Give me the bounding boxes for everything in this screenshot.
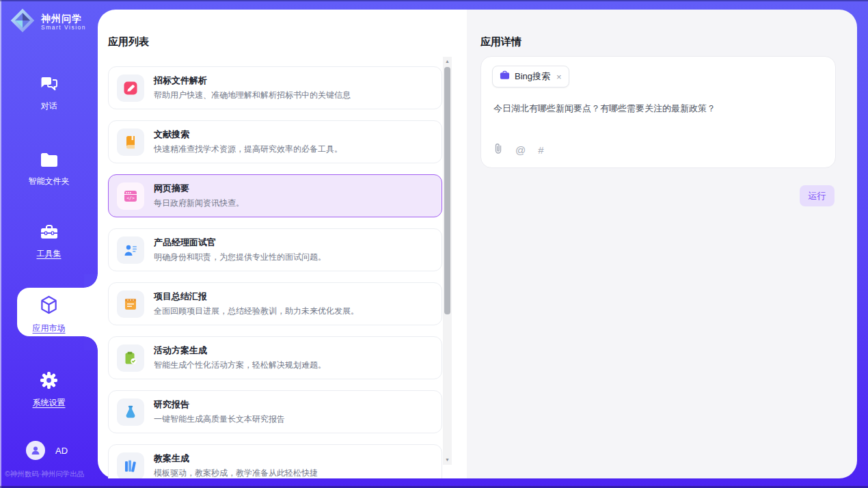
app-card-desc: 全面回顾项目进展，总结经验教训，助力未来优化发展。 — [154, 306, 359, 317]
diamond-logo-icon — [9, 7, 36, 37]
window-top-edge — [0, 0, 868, 1]
attachment-toolbar: @ # — [493, 143, 544, 157]
prompt-card: Bing搜索 × 今日湖北有哪些新闻要点？有哪些需要关注的最新政策？ @ # — [480, 56, 836, 168]
app-card-lesson-plan[interactable]: 教案生成 模板驱动，教案秒成，教学准备从此轻松快捷 — [108, 444, 442, 478]
sidebar-item-label: 应用市场 — [0, 323, 98, 334]
avatar — [26, 441, 45, 460]
brand-title: 神州问学 — [41, 13, 86, 24]
app-card-desc: 明确身份和职责，为您提供专业性的面试问题。 — [154, 252, 326, 263]
brand-logo[interactable]: 神州问学 Smart Vision — [9, 7, 86, 37]
flask-icon — [117, 398, 144, 426]
run-button[interactable]: 运行 — [800, 185, 835, 206]
app-card-research-report[interactable]: 研究报告 一键智能生成高质量长文本研究报告 — [108, 390, 442, 433]
memo-icon — [117, 290, 144, 318]
app-card-literature-search[interactable]: 文献搜索 快速精准查找学术资源，提高研究效率的必备工具。 — [108, 120, 442, 163]
paperclip-icon[interactable] — [493, 143, 503, 157]
app-card-name: 文献搜索 — [154, 128, 342, 141]
scroll-up-icon[interactable]: ▲ — [443, 57, 452, 66]
app-card-desc: 快速精准查找学术资源，提高研究效率的必备工具。 — [154, 144, 342, 155]
app-card-desc: 每日政府新闻资讯快查。 — [154, 198, 244, 209]
app-card-pm-interviewer[interactable]: 产品经理面试官 明确身份和职责，为您提供专业性的面试问题。 — [108, 228, 442, 271]
app-card-list: 招标文件解析 帮助用户快速、准确地理解和解析招标书中的关键信息 文献搜索 快速精… — [108, 57, 443, 478]
briefcase-icon — [500, 70, 510, 83]
gear-icon — [40, 380, 58, 392]
app-card-event-plan[interactable]: 活动方案生成 智能生成个性化活动方案，轻松解决规划难题。 — [108, 336, 442, 379]
mention-icon[interactable]: @ — [515, 144, 526, 156]
sidebar-item-app-market[interactable]: 应用市场 — [0, 295, 98, 334]
app-card-desc: 智能生成个性化活动方案，轻松解决规划难题。 — [154, 360, 326, 371]
copyright-footer: ©神州数码·神州问学出品 — [5, 470, 98, 479]
toolbox-icon — [40, 231, 59, 243]
notch-bottom-curve — [84, 336, 98, 350]
clipboard-check-icon — [117, 344, 144, 372]
app-card-name: 网页摘要 — [154, 182, 244, 195]
app-card-bid-document-analysis[interactable]: 招标文件解析 帮助用户快速、准确地理解和解析招标书中的关键信息 — [108, 66, 442, 109]
sidebar-item-smart-folder[interactable]: 智能文件夹 — [0, 152, 98, 187]
tool-tag-bing-search[interactable]: Bing搜索 × — [492, 66, 569, 87]
app-card-web-summary[interactable]: </> 网页摘要 每日政府新闻资讯快查。 — [108, 174, 442, 217]
scroll-down-icon[interactable]: ▼ — [443, 456, 452, 464]
sidebar-item-chat[interactable]: 对话 — [0, 74, 98, 112]
sidebar-item-label: 工具集 — [0, 248, 98, 260]
sidebar-item-label: 智能文件夹 — [0, 176, 98, 187]
app-list-scrollbar[interactable]: ▲ ▼ — [443, 57, 452, 465]
interviewer-icon — [117, 236, 144, 264]
app-card-name: 产品经理面试官 — [154, 236, 326, 249]
app-list-panel: 应用列表 招标文件解析 帮助用户快速、准确地理解和解析招标书中的关键信息 — [98, 10, 467, 478]
app-card-desc: 帮助用户快速、准确地理解和解析招标书中的关键信息 — [154, 90, 351, 101]
user-account[interactable]: AD — [26, 441, 68, 460]
sidebar-item-toolset[interactable]: 工具集 — [0, 224, 98, 260]
books-icon — [117, 452, 144, 479]
sidebar-item-settings[interactable]: 系统设置 — [0, 371, 98, 409]
close-icon[interactable]: × — [556, 72, 562, 82]
pen-square-icon — [117, 74, 144, 102]
app-card-name: 研究报告 — [154, 398, 285, 411]
browser-code-icon: </> — [117, 182, 144, 210]
folder-icon — [40, 159, 59, 170]
sidebar: 神州问学 Smart Vision 对话 智能文件夹 — [0, 0, 98, 488]
app-card-desc: 模板驱动，教案秒成，教学准备从此轻松快捷 — [154, 467, 318, 478]
app-card-name: 教案生成 — [154, 452, 318, 465]
chat-icon — [39, 83, 59, 95]
notch-top-curve — [84, 274, 98, 288]
user-initials: AD — [55, 446, 68, 456]
hashtag-icon[interactable]: # — [538, 144, 543, 156]
svg-text:</>: </> — [126, 195, 135, 201]
app-card-name: 活动方案生成 — [154, 344, 326, 357]
app-list-title: 应用列表 — [108, 36, 149, 49]
app-card-name: 招标文件解析 — [154, 74, 351, 87]
brand-subtitle: Smart Vision — [41, 24, 86, 31]
app-detail-title: 应用详情 — [480, 36, 521, 49]
app-detail-panel: 应用详情 Bing搜索 × 今日湖北有哪些新闻要点？有哪些需要关注的最新政策？ — [467, 10, 857, 478]
app-window: 神州问学 Smart Vision 对话 智能文件夹 — [0, 0, 868, 488]
scrollbar-thumb[interactable] — [444, 67, 450, 314]
sidebar-item-label: 系统设置 — [0, 397, 98, 409]
app-card-project-summary[interactable]: 项目总结汇报 全面回顾项目进展，总结经验教训，助力未来优化发展。 — [108, 282, 442, 325]
tool-tag-label: Bing搜索 — [515, 70, 550, 83]
app-card-name: 项目总结汇报 — [154, 290, 359, 303]
query-input[interactable]: 今日湖北有哪些新闻要点？有哪些需要关注的最新政策？ — [493, 102, 820, 115]
app-card-desc: 一键智能生成高质量长文本研究报告 — [154, 414, 285, 425]
sidebar-item-label: 对话 — [0, 100, 98, 112]
cube-icon — [40, 306, 58, 317]
book-icon — [117, 128, 144, 156]
